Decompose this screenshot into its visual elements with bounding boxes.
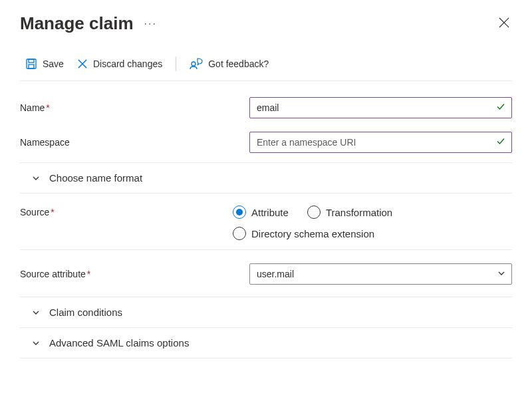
toolbar-divider	[176, 57, 176, 71]
name-label: Name*	[20, 102, 249, 113]
svg-rect-2	[29, 65, 34, 69]
more-menu[interactable]: ···	[144, 18, 157, 30]
choose-name-format-toggle[interactable]: Choose name format	[20, 163, 512, 194]
name-input[interactable]	[249, 97, 512, 118]
save-icon	[25, 58, 37, 70]
source-attribute-label: Source attribute*	[20, 269, 249, 279]
close-button[interactable]	[496, 13, 512, 34]
source-label: Source*	[20, 206, 233, 217]
source-radio-group: Attribute Transformation Directory schem…	[233, 206, 512, 240]
save-button[interactable]: Save	[25, 58, 64, 70]
advanced-saml-label: Advanced SAML claims options	[49, 337, 189, 349]
chevron-down-icon	[32, 309, 40, 317]
chevron-down-icon	[32, 174, 40, 182]
feedback-icon	[190, 58, 203, 70]
svg-rect-0	[27, 59, 36, 69]
radio-attribute[interactable]: Attribute	[233, 206, 289, 219]
claim-conditions-toggle[interactable]: Claim conditions	[20, 297, 512, 328]
discard-label: Discard changes	[93, 59, 162, 69]
svg-rect-1	[29, 59, 34, 63]
radio-directory-extension[interactable]: Directory schema extension	[233, 227, 374, 240]
namespace-input[interactable]	[249, 132, 512, 153]
source-attribute-select[interactable]: user.mail	[249, 263, 512, 285]
svg-point-3	[192, 62, 196, 66]
claim-conditions-label: Claim conditions	[49, 307, 122, 318]
save-label: Save	[43, 59, 64, 69]
discard-icon	[77, 59, 88, 69]
close-icon	[499, 17, 509, 28]
namespace-label: Namespace	[20, 137, 249, 148]
toolbar: Save Discard changes Got feedback?	[20, 50, 512, 81]
discard-button[interactable]: Discard changes	[77, 59, 162, 69]
page-title: Manage claim	[20, 13, 134, 34]
chevron-down-icon	[32, 339, 40, 347]
feedback-button[interactable]: Got feedback?	[190, 58, 269, 70]
radio-transformation[interactable]: Transformation	[307, 206, 392, 219]
advanced-saml-toggle[interactable]: Advanced SAML claims options	[20, 328, 512, 358]
feedback-label: Got feedback?	[208, 59, 269, 69]
choose-name-format-label: Choose name format	[49, 172, 142, 184]
